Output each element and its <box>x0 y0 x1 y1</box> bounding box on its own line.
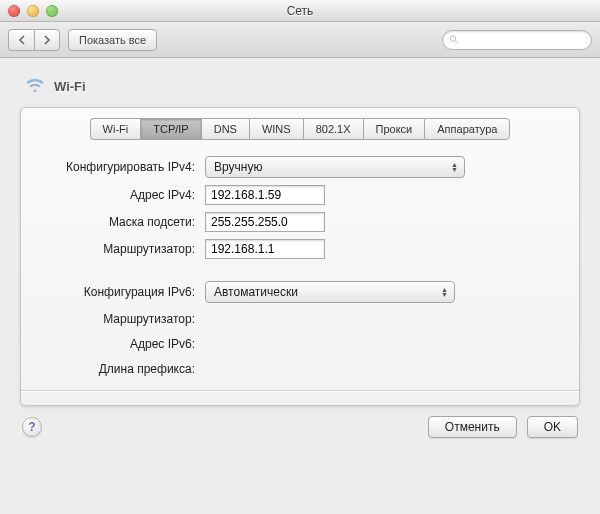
search-icon <box>449 34 459 45</box>
updown-icon: ▲▼ <box>441 287 448 297</box>
wifi-icon <box>24 74 46 99</box>
toolbar: Показать все <box>0 22 600 58</box>
ipv4-address-input[interactable] <box>205 185 325 205</box>
show-all-button[interactable]: Показать все <box>68 29 157 51</box>
panel-divider <box>21 390 579 391</box>
tcpip-form: Конфигурировать IPv4: Вручную ▲▼ Адрес I… <box>35 156 565 378</box>
ipv6-address-value <box>205 335 465 353</box>
ipv4-config-label: Конфигурировать IPv4: <box>35 160 195 174</box>
help-button[interactable]: ? <box>22 417 42 437</box>
ipv4-address-label: Адрес IPv4: <box>35 188 195 202</box>
nav-group <box>8 29 60 51</box>
search-input[interactable] <box>463 33 585 47</box>
ipv6-address-label: Адрес IPv6: <box>35 337 195 351</box>
zoom-window-button[interactable] <box>46 5 58 17</box>
subnet-mask-input[interactable] <box>205 212 325 232</box>
window-title: Сеть <box>0 4 600 18</box>
back-button[interactable] <box>8 29 34 51</box>
chevron-right-icon <box>43 35 51 45</box>
forward-button[interactable] <box>34 29 60 51</box>
tab-wifi[interactable]: Wi-Fi <box>90 118 141 140</box>
ipv6-router-label: Маршрутизатор: <box>35 312 195 326</box>
tab-wins[interactable]: WINS <box>249 118 303 140</box>
ipv6-prefix-label: Длина префикса: <box>35 362 195 376</box>
chevron-left-icon <box>18 35 26 45</box>
minimize-window-button[interactable] <box>27 5 39 17</box>
tab-tcpip[interactable]: TCP/IP <box>140 118 200 140</box>
ipv4-config-select[interactable]: Вручную ▲▼ <box>205 156 465 178</box>
interface-title: Wi-Fi <box>54 79 86 94</box>
subnet-mask-label: Маска подсети: <box>35 215 195 229</box>
svg-point-0 <box>450 36 456 42</box>
ipv4-router-label: Маршрутизатор: <box>35 242 195 256</box>
ipv6-prefix-value <box>205 360 465 378</box>
close-window-button[interactable] <box>8 5 20 17</box>
ok-button[interactable]: OK <box>527 416 578 438</box>
titlebar: Сеть <box>0 0 600 22</box>
ipv4-router-input[interactable] <box>205 239 325 259</box>
sheet: Wi-Fi Wi-Fi TCP/IP DNS WINS 802.1X Прокс… <box>0 58 600 514</box>
settings-panel: Wi-Fi TCP/IP DNS WINS 802.1X Прокси Аппа… <box>20 107 580 406</box>
bottom-bar: ? Отменить OK <box>20 406 580 438</box>
search-field[interactable] <box>442 30 592 50</box>
preferences-window: Сеть Показать все Wi-Fi Wi-Fi <box>0 0 600 514</box>
tab-8021x[interactable]: 802.1X <box>303 118 363 140</box>
ipv6-config-select[interactable]: Автоматически ▲▼ <box>205 281 455 303</box>
svg-line-1 <box>455 41 457 43</box>
interface-header: Wi-Fi <box>20 74 580 107</box>
tab-bar: Wi-Fi TCP/IP DNS WINS 802.1X Прокси Аппа… <box>35 118 565 140</box>
tab-proxy[interactable]: Прокси <box>363 118 425 140</box>
ipv6-config-label: Конфигурация IPv6: <box>35 285 195 299</box>
ipv4-config-value: Вручную <box>214 160 262 174</box>
window-controls <box>8 5 58 17</box>
ipv6-router-value <box>205 310 465 328</box>
tab-dns[interactable]: DNS <box>201 118 249 140</box>
ipv6-config-value: Автоматически <box>214 285 298 299</box>
cancel-button[interactable]: Отменить <box>428 416 517 438</box>
updown-icon: ▲▼ <box>451 162 458 172</box>
tab-hardware[interactable]: Аппаратура <box>424 118 510 140</box>
